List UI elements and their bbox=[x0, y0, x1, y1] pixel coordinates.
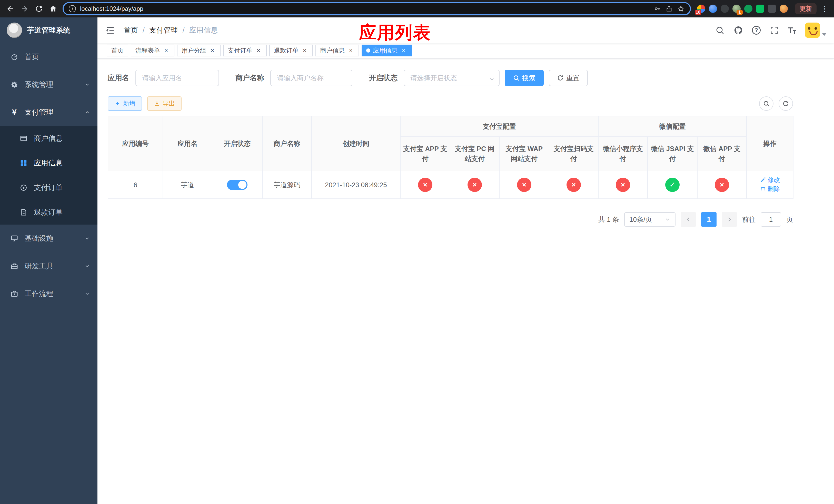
extension-badge: 10 bbox=[695, 10, 701, 15]
refresh-button[interactable] bbox=[778, 96, 793, 111]
tag-pay-order[interactable]: 支付订单× bbox=[223, 45, 267, 56]
sidebar-collapse-icon[interactable] bbox=[105, 25, 115, 36]
github-icon[interactable] bbox=[733, 25, 743, 35]
breadcrumb-current: 应用信息 bbox=[189, 25, 218, 35]
sidebar-item-workflow[interactable]: 工作流程 bbox=[0, 280, 97, 307]
url-text[interactable]: localhost:1024/pay/app bbox=[80, 5, 144, 12]
goto-page-input[interactable] bbox=[761, 212, 781, 227]
cell-status bbox=[212, 171, 262, 199]
cell-merchant: 芋道源码 bbox=[262, 171, 312, 199]
toggle-search-button[interactable] bbox=[759, 96, 773, 111]
browser-home-button[interactable] bbox=[48, 4, 59, 14]
extension-paw-icon[interactable] bbox=[768, 5, 776, 13]
close-icon[interactable]: × bbox=[255, 47, 262, 54]
tag-merchant-info[interactable]: 商户信息× bbox=[315, 45, 359, 56]
browser-toolbar: i localhost:1024/pay/app 10 1 更新 ⋮ bbox=[0, 0, 834, 18]
avatar[interactable] bbox=[805, 23, 820, 38]
address-bar[interactable]: i localhost:1024/pay/app bbox=[63, 2, 691, 15]
bookmark-star-icon[interactable] bbox=[677, 5, 685, 13]
tag-home[interactable]: 首页 bbox=[107, 45, 128, 56]
page-number-button[interactable]: 1 bbox=[701, 212, 717, 227]
browser-update-button[interactable]: 更新 bbox=[795, 3, 816, 14]
password-key-icon[interactable] bbox=[654, 5, 661, 13]
sidebar-item-app-info[interactable]: 应用信息 bbox=[0, 151, 97, 175]
site-info-icon[interactable]: i bbox=[69, 5, 76, 12]
next-page-button[interactable] bbox=[722, 212, 737, 227]
col-header-alipay-pc: 支付宝 PC 网站支付 bbox=[450, 137, 499, 171]
chevron-down-icon bbox=[84, 263, 90, 269]
enabled-toggle[interactable] bbox=[227, 180, 247, 190]
monitor-icon bbox=[10, 234, 19, 243]
font-size-icon[interactable]: TT bbox=[788, 26, 796, 35]
status-label: 开启状态 bbox=[369, 73, 397, 83]
browser-menu-kebab-icon[interactable]: ⋮ bbox=[821, 4, 829, 14]
goto-suffix: 页 bbox=[786, 215, 793, 224]
merchant-name-input[interactable] bbox=[270, 70, 352, 86]
sidebar: 芋道管理系统 首页 系统管理 ¥ 支付管理 商户信息 bbox=[0, 18, 97, 504]
extension-dark-icon[interactable] bbox=[721, 5, 729, 13]
tag-process-form[interactable]: 流程表单× bbox=[131, 45, 174, 56]
alipay-pc-status-icon: × bbox=[467, 178, 482, 192]
extension-wechat-icon[interactable] bbox=[756, 5, 764, 13]
sidebar-item-home[interactable]: 首页 bbox=[0, 43, 97, 71]
briefcase-icon bbox=[10, 290, 19, 298]
sidebar-item-system[interactable]: 系统管理 bbox=[0, 71, 97, 98]
goto-label: 前往 bbox=[742, 215, 755, 224]
extensions-tray: 10 1 bbox=[697, 5, 788, 13]
prev-page-button[interactable] bbox=[681, 212, 696, 227]
search-icon[interactable] bbox=[715, 25, 725, 35]
extensions-grid-icon[interactable]: 10 bbox=[697, 5, 705, 13]
extension-green-icon[interactable] bbox=[744, 5, 752, 13]
sidebar-item-infrastructure[interactable]: 基础设施 bbox=[0, 225, 97, 252]
table-toolbar: 新增 导出 bbox=[108, 96, 793, 111]
col-header-status: 开启状态 bbox=[212, 116, 262, 171]
browser-reload-button[interactable] bbox=[34, 4, 44, 14]
close-icon[interactable]: × bbox=[400, 47, 407, 54]
app-name-input[interactable] bbox=[135, 70, 219, 86]
sidebar-item-payment[interactable]: ¥ 支付管理 bbox=[0, 98, 97, 126]
tags-view-bar: 首页 流程表单× 用户分组× 支付订单× 退款订单× 商户信息× 应用信息× bbox=[97, 43, 834, 59]
breadcrumb-payment[interactable]: 支付管理 bbox=[149, 25, 178, 35]
app-logo bbox=[7, 23, 22, 38]
navbar-actions: ? TT bbox=[715, 23, 826, 38]
breadcrumb-home[interactable]: 首页 bbox=[124, 25, 138, 35]
close-icon[interactable]: × bbox=[209, 47, 216, 54]
sidebar-item-pay-order[interactable]: 支付订单 bbox=[0, 175, 97, 200]
col-header-id: 应用编号 bbox=[108, 116, 163, 171]
search-button[interactable]: 搜索 bbox=[505, 70, 544, 86]
extension-face-icon[interactable] bbox=[780, 5, 788, 13]
delete-button[interactable]: 删除 bbox=[760, 185, 780, 193]
page-size-select[interactable]: 10条/页 bbox=[624, 212, 676, 227]
sidebar-item-refund-order[interactable]: 退款订单 bbox=[0, 200, 97, 225]
tag-user-group[interactable]: 用户分组× bbox=[177, 45, 221, 56]
export-button[interactable]: 导出 bbox=[147, 96, 181, 111]
status-select[interactable] bbox=[404, 70, 500, 86]
col-header-alipay-wap: 支付宝 WAP 网站支付 bbox=[499, 137, 549, 171]
tag-app-info[interactable]: 应用信息× bbox=[361, 45, 412, 56]
bank-card-icon bbox=[20, 134, 28, 142]
sidebar-item-dev-tools[interactable]: 研发工具 bbox=[0, 252, 97, 280]
edit-button[interactable]: 修改 bbox=[760, 176, 780, 184]
wx-mini-status-icon: × bbox=[616, 178, 630, 192]
yuan-icon: ¥ bbox=[10, 108, 19, 116]
breadcrumb: 首页 / 支付管理 / 应用信息 bbox=[124, 25, 218, 35]
tag-refund-order[interactable]: 退款订单× bbox=[269, 45, 313, 56]
pay-order-icon bbox=[20, 184, 28, 192]
col-header-name: 应用名 bbox=[163, 116, 212, 171]
sidebar-item-merchant-info[interactable]: 商户信息 bbox=[0, 126, 97, 151]
fullscreen-icon[interactable] bbox=[769, 25, 779, 35]
reset-button[interactable]: 重置 bbox=[549, 70, 588, 86]
close-icon[interactable]: × bbox=[301, 47, 308, 54]
extension-avatar-icon[interactable]: 1 bbox=[732, 5, 741, 13]
browser-forward-button[interactable] bbox=[20, 4, 30, 14]
wx-jsapi-status-icon: ✓ bbox=[665, 178, 680, 192]
close-icon[interactable]: × bbox=[347, 47, 354, 54]
help-icon[interactable]: ? bbox=[752, 26, 761, 35]
close-icon[interactable]: × bbox=[162, 47, 170, 54]
extension-drop-icon[interactable] bbox=[709, 5, 717, 13]
browser-back-button[interactable] bbox=[5, 4, 15, 14]
share-icon[interactable] bbox=[665, 5, 673, 13]
add-button[interactable]: 新增 bbox=[108, 96, 142, 111]
col-header-alipay-qr: 支付宝扫码支付 bbox=[549, 137, 598, 171]
user-avatar-menu[interactable] bbox=[805, 23, 826, 38]
